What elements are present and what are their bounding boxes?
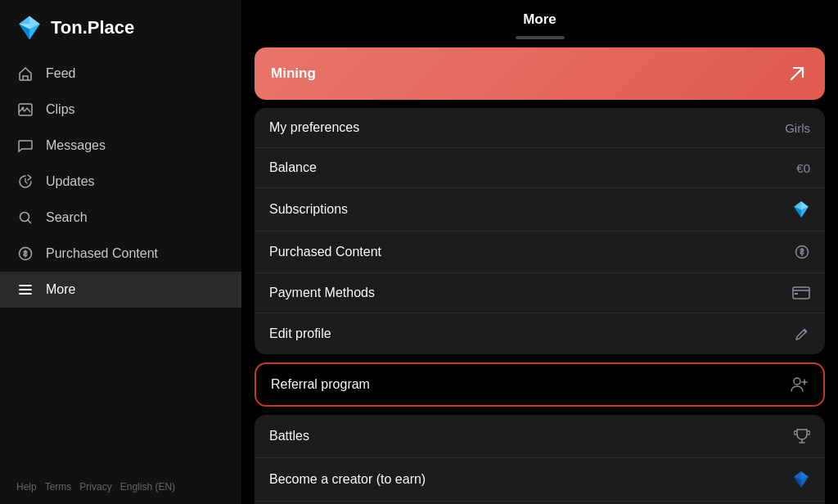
page-title: More [241, 0, 838, 36]
menu-balance-label: Balance [269, 160, 317, 175]
menu-creator-diamond-icon [792, 470, 810, 488]
menu-payment-card-icon [792, 286, 810, 299]
mining-label: Mining [271, 65, 316, 82]
updates-icon [16, 173, 34, 191]
menu-item-payment[interactable]: Payment Methods [255, 273, 825, 313]
svg-rect-18 [795, 293, 798, 295]
messages-icon [16, 137, 34, 155]
referral-card: Referral program [255, 362, 825, 407]
sidebar-item-feed-label: Feed [46, 66, 75, 81]
menu-purchased-label: Purchased Content [269, 245, 381, 259]
svg-point-19 [794, 378, 800, 385]
app-name: Ton.Place [51, 17, 134, 38]
logo-icon [16, 15, 43, 41]
app-logo[interactable]: Ton.Place [0, 0, 241, 56]
menu-icon [16, 281, 34, 299]
sidebar-item-more-label: More [46, 282, 75, 297]
sidebar-item-clips-label: Clips [46, 102, 75, 117]
menu-item-referral[interactable]: Referral program [256, 364, 823, 405]
dollar-icon [16, 245, 34, 263]
sidebar: Ton.Place Feed Clips [0, 0, 241, 504]
menu-item-battles[interactable]: Battles [255, 415, 825, 458]
search-icon [16, 209, 34, 227]
home-icon [16, 65, 34, 83]
sidebar-item-clips[interactable]: Clips [0, 92, 241, 128]
sidebar-footer: Help Terms Privacy English (EN) [0, 470, 241, 504]
sidebar-nav: Feed Clips Messages [0, 56, 241, 470]
mining-arrow-icon [786, 62, 809, 85]
content-scroll: Mining My preferences Girls Balance €0 S… [241, 36, 838, 504]
sidebar-item-feed[interactable]: Feed [0, 56, 241, 92]
mining-card[interactable]: Mining [255, 47, 825, 100]
menu-item-edit-profile[interactable]: Edit profile [255, 313, 825, 354]
menu-balance-right: €0 [796, 161, 810, 175]
sidebar-item-more[interactable]: More [0, 272, 241, 308]
menu-purchased-dollar-icon [794, 244, 810, 260]
menu-payment-label: Payment Methods [269, 286, 375, 300]
sidebar-item-messages[interactable]: Messages [0, 128, 241, 164]
menu-preferences-right: Girls [785, 121, 810, 135]
settings-card-2: Battles Become a creator (to earn) [255, 415, 825, 504]
menu-item-subscriptions[interactable]: Subscriptions [255, 188, 825, 232]
scroll-indicator [516, 36, 565, 39]
sidebar-item-updates-label: Updates [46, 174, 95, 189]
footer-help[interactable]: Help [16, 481, 37, 493]
sidebar-item-messages-label: Messages [46, 138, 106, 153]
menu-referral-label: Referral program [271, 377, 370, 392]
menu-preferences-label: My preferences [269, 120, 359, 135]
menu-battles-trophy-icon [794, 427, 810, 445]
menu-referral-add-user-icon [791, 376, 809, 393]
svg-point-9 [20, 213, 29, 222]
sidebar-item-search[interactable]: Search [0, 200, 241, 236]
menu-edit-pencil-icon [794, 326, 810, 342]
main-content: More Mining My preferences Girls Balance… [241, 0, 838, 504]
menu-item-become-creator[interactable]: Become a creator (to earn) [255, 458, 825, 502]
sidebar-item-purchased[interactable]: Purchased Content [0, 236, 241, 272]
settings-card-1: My preferences Girls Balance €0 Subscrip… [255, 108, 825, 354]
menu-battles-label: Battles [269, 429, 309, 443]
menu-item-purchased-content[interactable]: Purchased Content [255, 232, 825, 273]
footer-language[interactable]: English (EN) [120, 481, 175, 493]
sidebar-item-purchased-label: Purchased Content [46, 246, 158, 261]
menu-edit-profile-label: Edit profile [269, 326, 331, 341]
clips-icon [16, 101, 34, 119]
sidebar-item-search-label: Search [46, 210, 88, 225]
menu-item-balance[interactable]: Balance €0 [255, 148, 825, 188]
menu-subscriptions-diamond-icon [792, 200, 810, 218]
menu-become-creator-label: Become a creator (to earn) [269, 472, 426, 487]
sidebar-item-updates[interactable]: Updates [0, 164, 241, 200]
menu-subscriptions-label: Subscriptions [269, 202, 348, 217]
footer-privacy[interactable]: Privacy [79, 481, 111, 493]
menu-item-preferences[interactable]: My preferences Girls [255, 108, 825, 148]
footer-terms[interactable]: Terms [45, 481, 72, 493]
